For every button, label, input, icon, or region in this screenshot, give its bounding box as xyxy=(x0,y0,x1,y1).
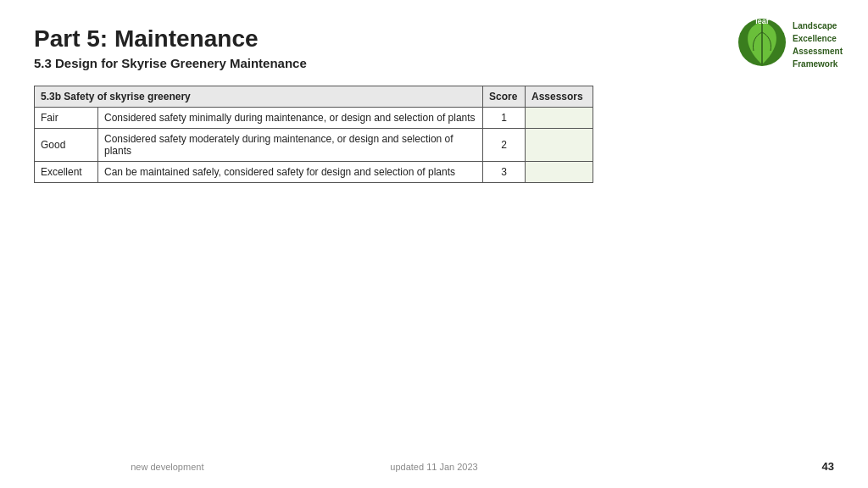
footer-center: updated 11 Jan 2023 xyxy=(301,462,568,472)
assessment-table: 5.3b Safety of skyrise greenery Score As… xyxy=(34,86,593,183)
assessors-cell xyxy=(526,108,593,129)
leaf-logo-icon: leaf xyxy=(737,15,787,75)
table-score-header: Score xyxy=(483,86,526,108)
footer: new development updated 11 Jan 2023 43 xyxy=(0,460,868,473)
rating-cell: Good xyxy=(35,129,98,162)
table-row: FairConsidered safety minimally during m… xyxy=(35,108,593,129)
description-cell: Can be maintained safely, considered saf… xyxy=(98,162,483,183)
score-cell: 1 xyxy=(483,108,526,129)
rating-cell: Excellent xyxy=(35,162,98,183)
score-cell: 3 xyxy=(483,162,526,183)
score-cell: 2 xyxy=(483,129,526,162)
description-cell: Considered safety moderately during main… xyxy=(98,129,483,162)
assessors-cell xyxy=(526,162,593,183)
assessors-cell xyxy=(526,129,593,162)
table-row: ExcellentCan be maintained safely, consi… xyxy=(35,162,593,183)
rating-cell: Fair xyxy=(35,108,98,129)
sub-title: 5.3 Design for Skyrise Greenery Maintena… xyxy=(34,56,834,70)
footer-page-number: 43 xyxy=(567,460,834,473)
main-title: Part 5: Maintenance xyxy=(34,25,834,53)
table-section-header: 5.3b Safety of skyrise greenery xyxy=(35,86,483,108)
table-assessors-header: Assessors xyxy=(526,86,593,108)
table-row: GoodConsidered safety moderately during … xyxy=(35,129,593,162)
logo-area: leaf Landscape Excellence Assessment Fra… xyxy=(737,15,843,75)
svg-text:leaf: leaf xyxy=(755,17,770,25)
logo-text: Landscape Excellence Assessment Framewor… xyxy=(793,19,843,70)
footer-left: new development xyxy=(34,462,301,472)
description-cell: Considered safety minimally during maint… xyxy=(98,108,483,129)
